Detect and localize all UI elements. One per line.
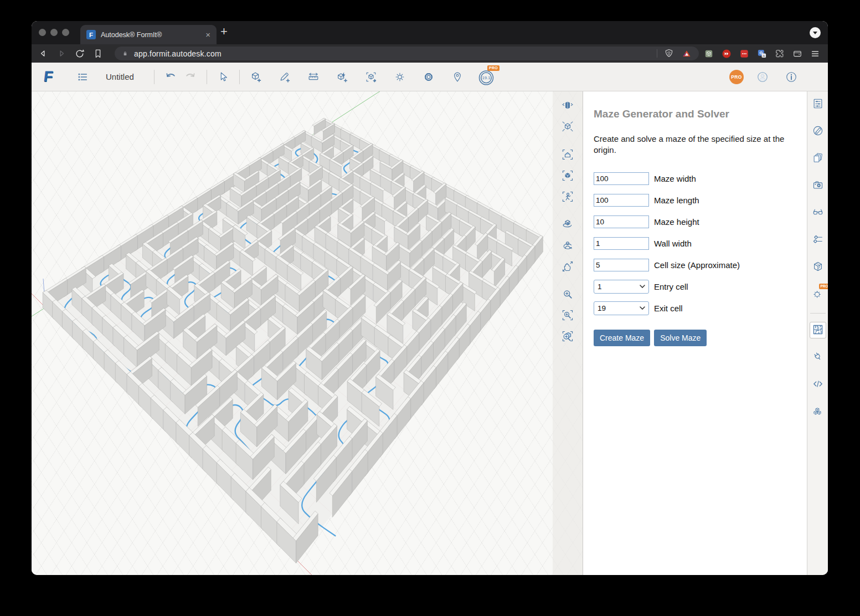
look-around-icon xyxy=(561,239,574,254)
brave-shield-icon[interactable] xyxy=(663,48,675,60)
view-toolbar xyxy=(553,91,583,575)
maze-length-label: Maze length xyxy=(654,196,699,205)
window-zoom-button[interactable] xyxy=(62,29,69,36)
document-title[interactable]: Untitled xyxy=(106,72,134,81)
draw-tools-button[interactable] xyxy=(275,67,295,87)
extension-box-icon[interactable] xyxy=(703,48,715,60)
lock-icon xyxy=(121,49,130,58)
plugins-button[interactable] xyxy=(810,349,826,366)
primitives-button[interactable] xyxy=(810,403,826,420)
formit-favicon: F xyxy=(86,30,96,39)
chevron-down-icon xyxy=(813,32,817,34)
select-tool-button[interactable] xyxy=(213,67,233,87)
divider xyxy=(657,49,657,58)
version-badge[interactable]: 19.1 PRO xyxy=(476,67,496,87)
tab-search-button[interactable] xyxy=(810,27,821,38)
chevron-down-icon xyxy=(640,285,645,288)
zoom-fit-icon xyxy=(561,148,574,163)
group-button[interactable] xyxy=(361,67,381,87)
exit-cell-label: Exit cell xyxy=(654,304,683,313)
right-toolbar: PRO xyxy=(807,91,828,575)
browser-menu-icon[interactable] xyxy=(809,48,821,60)
panel-title: Maze Generator and Solver xyxy=(594,108,796,120)
visibility-button[interactable] xyxy=(810,204,826,221)
field-row: Maze length xyxy=(594,193,796,207)
settings-button[interactable] xyxy=(419,67,439,87)
orbit-button[interactable] xyxy=(557,214,578,235)
field-row: 1 Entry cell xyxy=(594,280,796,294)
layers-button[interactable] xyxy=(810,150,826,167)
code-editor-button[interactable] xyxy=(810,376,826,393)
extension-play-icon[interactable] xyxy=(720,48,733,60)
entry-cell-value: 1 xyxy=(598,283,602,291)
back-button[interactable] xyxy=(37,47,50,60)
sun-study-button[interactable]: PRO xyxy=(810,286,826,302)
zoom-window-button[interactable] xyxy=(557,305,578,326)
maze-plugin-panel: Maze Generator and Solver Create and sol… xyxy=(583,91,807,575)
field-row: Maze height xyxy=(594,215,796,229)
shadows-button[interactable] xyxy=(390,67,410,87)
redo-button[interactable] xyxy=(181,67,200,87)
cell-size-input[interactable] xyxy=(594,259,649,271)
tab-title: Autodesk® FormIt® xyxy=(101,31,202,39)
brave-rewards-icon[interactable] xyxy=(681,48,693,60)
levels-button[interactable] xyxy=(810,232,826,248)
formit-logo: F xyxy=(38,68,58,85)
wall-width-input[interactable] xyxy=(594,237,649,250)
new-tab-button[interactable]: + xyxy=(220,24,228,39)
url-field[interactable]: app.formit.autodesk.com xyxy=(115,47,699,60)
viewport-3d[interactable] xyxy=(32,91,583,575)
pro-account-badge[interactable]: PRO xyxy=(729,70,744,84)
chevron-down-icon xyxy=(640,306,645,310)
browser-tab[interactable]: F Autodesk® FormIt® × xyxy=(80,25,217,44)
solve-maze-button[interactable]: Solve Maze xyxy=(654,330,707,346)
bookmark-button[interactable] xyxy=(91,47,105,60)
extensions-puzzle-icon[interactable] xyxy=(774,48,786,60)
zoom-selection-button[interactable] xyxy=(557,166,578,187)
tab-close-icon[interactable]: × xyxy=(205,30,210,39)
undo-button[interactable] xyxy=(161,67,181,87)
maze-plugin-button[interactable] xyxy=(810,322,826,338)
dimension-button[interactable] xyxy=(303,67,323,87)
materials-button[interactable] xyxy=(810,123,826,140)
entry-cell-select[interactable]: 1 xyxy=(594,280,649,294)
info-button[interactable] xyxy=(781,67,801,87)
maze-length-input[interactable] xyxy=(594,194,649,207)
exit-cell-select[interactable]: 19 xyxy=(594,301,649,315)
window-minimize-button[interactable] xyxy=(50,29,58,36)
zoom-object-button[interactable] xyxy=(557,326,578,347)
axonometric-view-button[interactable] xyxy=(557,117,578,138)
entry-cell-label: Entry cell xyxy=(654,282,688,291)
pan-icon xyxy=(561,260,574,275)
zoom-in-button[interactable] xyxy=(557,284,578,305)
pan-button[interactable] xyxy=(557,256,578,278)
maze-width-input[interactable] xyxy=(594,172,649,185)
section-button[interactable] xyxy=(810,259,826,275)
generate-button[interactable] xyxy=(332,67,352,87)
translate-icon[interactable]: GA xyxy=(756,48,768,60)
browser-window: F Autodesk® FormIt® × + app.formit.autod… xyxy=(32,21,828,575)
cell-size-label: Cell size (Approximate) xyxy=(654,260,740,270)
primitives-icon xyxy=(812,405,824,419)
scenes-icon xyxy=(812,179,824,193)
user-avatar[interactable] xyxy=(753,67,773,87)
look-around-button[interactable] xyxy=(557,235,578,256)
maze-height-input[interactable] xyxy=(594,215,649,228)
scenes-button[interactable] xyxy=(810,177,826,194)
pro-mini-badge: PRO xyxy=(819,284,828,289)
location-button[interactable] xyxy=(447,67,467,87)
create-maze-button[interactable]: Create Maze xyxy=(594,330,650,346)
zoom-fit-button[interactable] xyxy=(557,145,578,166)
wallet-icon[interactable] xyxy=(791,48,804,60)
main-menu-button[interactable] xyxy=(73,67,92,87)
divider xyxy=(154,70,155,84)
reload-button[interactable] xyxy=(73,47,86,60)
maze-plugin-icon xyxy=(812,324,824,337)
properties-button[interactable] xyxy=(810,96,826,112)
extension-tasks-icon[interactable] xyxy=(738,48,750,60)
first-person-button[interactable] xyxy=(557,187,578,208)
forward-button[interactable] xyxy=(55,47,68,60)
draw-solid-button[interactable] xyxy=(246,67,266,87)
window-close-button[interactable] xyxy=(39,29,46,36)
orthographic-view-button[interactable] xyxy=(557,96,578,117)
